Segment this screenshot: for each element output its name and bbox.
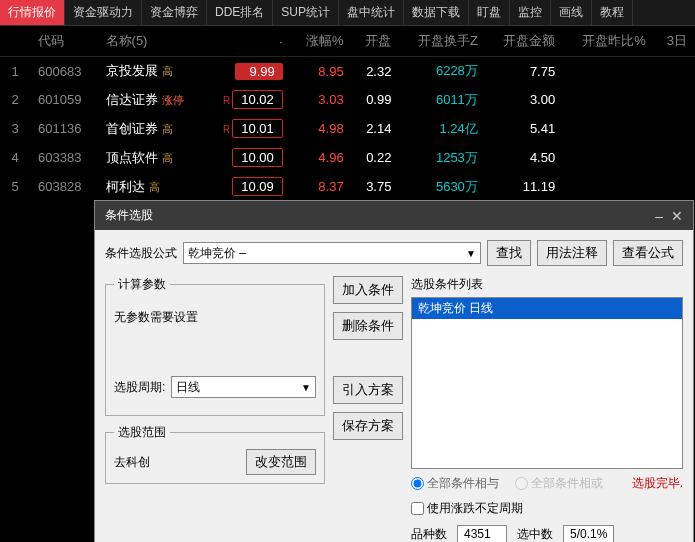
dialog-titlebar[interactable]: 条件选股 – ✕ [95, 201, 693, 230]
change-cell: R10.01 [205, 114, 291, 143]
stock-code: 603828 [30, 172, 98, 201]
col-3day [563, 143, 654, 172]
dialog-title-text: 条件选股 [105, 207, 153, 224]
import-plan-button[interactable]: 引入方案 [333, 376, 403, 404]
no-params-text: 无参数需要设置 [114, 309, 316, 326]
usage-button[interactable]: 用法注释 [537, 240, 607, 266]
formula-value: 乾坤竞价 – [188, 245, 246, 262]
top-tab-4[interactable]: SUP统计 [273, 0, 339, 25]
condition-list-label: 选股条件列表 [411, 276, 683, 293]
column-header[interactable] [0, 26, 30, 57]
chevron-down-icon: ▼ [301, 382, 311, 393]
use-uncertain-check[interactable]: 使用涨跌不定周期 [411, 500, 523, 517]
row-index: 1 [0, 57, 30, 86]
column-header[interactable]: 名称(5) [98, 26, 205, 57]
row-index: 4 [0, 143, 30, 172]
radio-and[interactable]: 全部条件相与 [411, 475, 499, 492]
period-select[interactable]: 日线 ▼ [171, 376, 316, 398]
column-header[interactable]: 开盘换手Z [399, 26, 485, 57]
minimize-icon[interactable]: – [655, 209, 663, 223]
top-tab-10[interactable]: 教程 [592, 0, 633, 25]
open-ratio: 3.00 [486, 85, 563, 114]
stock-name-cell: 京投发展高 [98, 57, 205, 86]
column-header[interactable]: 开盘 [352, 26, 400, 57]
open-ratio: 11.19 [486, 172, 563, 201]
selection-done-text: 选股完毕. [632, 475, 683, 492]
col-3day [563, 172, 654, 201]
column-header[interactable]: · [205, 26, 291, 57]
change-cell: R10.02 [205, 85, 291, 114]
chevron-down-icon: ▼ [466, 248, 476, 259]
stock-name-cell: 顶点软件高 [98, 143, 205, 172]
open-turnover: 0.99 [352, 85, 400, 114]
radio-and-input[interactable] [411, 477, 424, 490]
change-cell: 10.00 [205, 143, 291, 172]
row-index: 3 [0, 114, 30, 143]
open-amount: 5630万 [399, 172, 485, 201]
open-amount: 1.24亿 [399, 114, 485, 143]
change-cell: 9.99 [205, 57, 291, 86]
formula-select[interactable]: 乾坤竞价 – ▼ [183, 242, 481, 264]
condition-list[interactable]: 乾坤竞价 日线 [411, 297, 683, 469]
view-formula-button[interactable]: 查看公式 [613, 240, 683, 266]
delete-condition-button[interactable]: 删除条件 [333, 312, 403, 340]
change-cell: 10.09 [205, 172, 291, 201]
open-amount: 6011万 [399, 85, 485, 114]
selected-label: 选中数 [517, 526, 553, 543]
calc-params-fieldset: 计算参数 无参数需要设置 选股周期: 日线 ▼ [105, 276, 325, 416]
top-tab-9[interactable]: 画线 [551, 0, 592, 25]
open-price: 3.03 [291, 85, 352, 114]
range-text: 去科创 [114, 454, 150, 471]
top-tab-2[interactable]: 资金博弈 [142, 0, 207, 25]
stock-code: 601136 [30, 114, 98, 143]
calc-legend: 计算参数 [114, 276, 170, 293]
period-value: 日线 [176, 379, 200, 396]
find-button[interactable]: 查找 [487, 240, 531, 266]
period-label: 选股周期: [114, 379, 165, 396]
table-row[interactable]: 1600683京投发展高9.998.952.326228万7.75 [0, 57, 695, 86]
col-3day [563, 57, 654, 86]
stock-filter-dialog: 条件选股 – ✕ 条件选股公式 乾坤竞价 – ▼ 查找 用法注释 查看公式 计算… [94, 200, 694, 542]
open-ratio: 7.75 [486, 57, 563, 86]
top-tab-3[interactable]: DDE排名 [207, 0, 273, 25]
open-turnover: 0.22 [352, 143, 400, 172]
stock-name-cell: 首创证券高 [98, 114, 205, 143]
change-range-button[interactable]: 改变范围 [246, 449, 316, 475]
table-row[interactable]: 3601136首创证券高R10.014.982.141.24亿5.41 [0, 114, 695, 143]
column-header[interactable]: 代码 [30, 26, 98, 57]
open-turnover: 3.75 [352, 172, 400, 201]
table-row[interactable]: 2601059信达证券涨停R10.023.030.996011万3.00 [0, 85, 695, 114]
top-tab-1[interactable]: 资金驱动力 [65, 0, 142, 25]
radio-or-input [515, 477, 528, 490]
column-header[interactable]: 开盘金额 [486, 26, 563, 57]
stock-name-cell: 信达证券涨停 [98, 85, 205, 114]
radio-or[interactable]: 全部条件相或 [515, 475, 603, 492]
column-header[interactable]: 涨幅% [291, 26, 352, 57]
table-row[interactable]: 5603828柯利达高10.098.373.755630万11.19 [0, 172, 695, 201]
stock-count-value: 4351 [457, 525, 507, 542]
save-plan-button[interactable]: 保存方案 [333, 412, 403, 440]
condition-list-item[interactable]: 乾坤竞价 日线 [412, 298, 682, 319]
table-row[interactable]: 4603383顶点软件高10.004.960.221253万4.50 [0, 143, 695, 172]
column-header[interactable]: 开盘昨比% [563, 26, 654, 57]
use-uncertain-checkbox[interactable] [411, 502, 424, 515]
column-header[interactable]: 3日 [654, 26, 695, 57]
open-amount: 6228万 [399, 57, 485, 86]
top-tab-7[interactable]: 盯盘 [469, 0, 510, 25]
open-price: 4.96 [291, 143, 352, 172]
close-icon[interactable]: ✕ [671, 209, 683, 223]
open-turnover: 2.14 [352, 114, 400, 143]
row-index: 5 [0, 172, 30, 201]
top-tab-5[interactable]: 盘中统计 [339, 0, 404, 25]
col-3day [563, 85, 654, 114]
top-tab-0[interactable]: 行情报价 [0, 0, 65, 25]
open-price: 8.37 [291, 172, 352, 201]
formula-label: 条件选股公式 [105, 245, 177, 262]
stock-count-label: 品种数 [411, 526, 447, 543]
stock-table: 代码名称(5)·涨幅%开盘开盘换手Z开盘金额开盘昨比%3日 1600683京投发… [0, 26, 695, 201]
add-condition-button[interactable]: 加入条件 [333, 276, 403, 304]
open-ratio: 4.50 [486, 143, 563, 172]
stock-name-cell: 柯利达高 [98, 172, 205, 201]
top-tab-6[interactable]: 数据下载 [404, 0, 469, 25]
top-tab-8[interactable]: 监控 [510, 0, 551, 25]
